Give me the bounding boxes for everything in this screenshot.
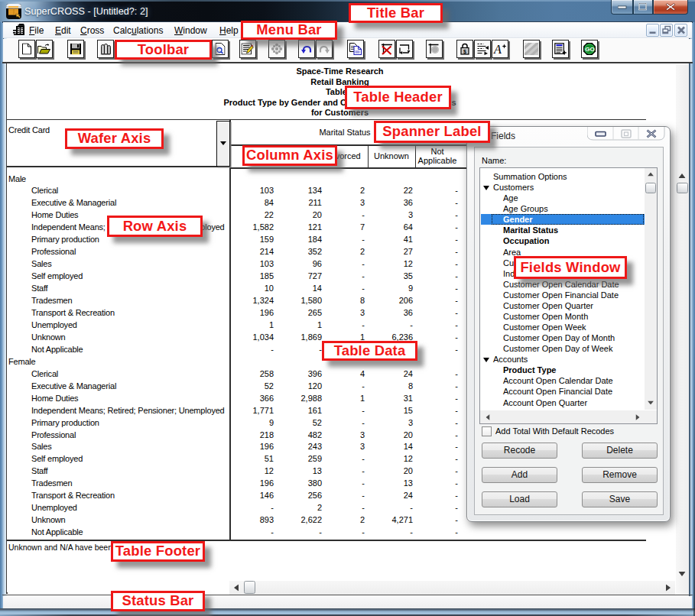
svg-text:GO: GO [585, 46, 594, 53]
svg-text:$: $ [463, 49, 466, 55]
svg-text:A: A [493, 44, 502, 55]
